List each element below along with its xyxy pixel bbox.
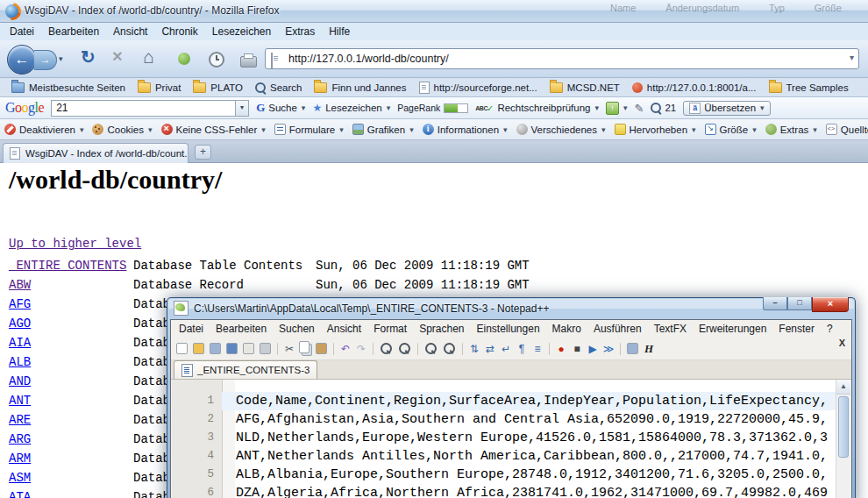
printer-icon[interactable] [240,56,257,68]
undo-icon[interactable]: ↶ [338,342,352,356]
url-bar[interactable]: http://127.0.0.1/world-db/country/ [265,48,859,69]
entry-link[interactable]: AND [9,372,133,391]
zoom-in-icon[interactable] [425,343,437,354]
devbar-hervorheben[interactable]: Hervorheben [615,124,696,135]
forward-button[interactable] [34,50,57,70]
autofill-button[interactable] [606,102,628,115]
devbar-informationen[interactable]: Informationen [423,124,508,135]
google-bookmarks-button[interactable]: Lesezeichen [312,102,390,114]
menu-item[interactable]: Chronik [154,25,204,38]
back-button[interactable] [7,45,37,75]
play-macro-icon[interactable]: ▶ [586,342,600,356]
save-macro-icon[interactable] [627,343,638,354]
notepad-window[interactable]: C:\Users\Martin\AppData\Local\Temp\_ENTI… [167,297,856,498]
vertical-scrollbar[interactable] [836,380,850,498]
menu-item[interactable]: ? [821,323,839,335]
maximize-button[interactable] [787,297,812,310]
separator[interactable] [549,343,550,355]
separator[interactable] [373,343,374,355]
open-folder-icon[interactable] [193,343,204,354]
menu-item[interactable]: Datei [3,25,41,38]
menu-item[interactable]: Ansicht [321,323,367,335]
google-search-input[interactable]: 21 [51,100,249,117]
line-text[interactable]: ANT,Netherlands Antilles,North America,C… [222,447,850,466]
line-text[interactable]: NLD,Netherlands,Europe,Western Europe,41… [222,429,850,447]
menu-item[interactable]: Suchen [273,323,321,335]
menu-item[interactable]: Hilfe [322,25,357,38]
menu-item[interactable]: Sprachen [413,323,470,335]
scrollbar-thumb[interactable] [838,396,849,458]
entry-link[interactable]: ARM [9,449,133,468]
url-dropdown-icon[interactable] [850,53,854,62]
replace-icon[interactable] [399,343,410,354]
devbar-grafiken[interactable]: Grafiken [352,124,414,135]
bookmark-finn-und-jannes[interactable]: Finn und Jannes [308,82,412,93]
bookmark-meistbesuchte-seiten[interactable]: Meistbesuchte Seiten [5,82,132,93]
google-search-button[interactable]: Suche [256,101,305,115]
search-history-dropdown-icon[interactable] [235,101,248,116]
menu-item[interactable]: Makro [546,323,587,335]
h-icon[interactable]: H [642,342,656,356]
devbar-groesse[interactable]: Größe [705,124,757,135]
entry-link[interactable]: AFG [9,295,133,314]
menu-item[interactable]: Datei [173,323,210,335]
zoom-out-icon[interactable] [444,343,455,354]
devbar-verschiedenes[interactable]: Verschiedenes [516,124,606,135]
menu-item[interactable]: Erweiterungen [693,323,772,335]
paste-icon[interactable] [316,343,327,354]
separator[interactable] [462,343,463,355]
menu-item[interactable]: Fenster [772,323,821,335]
entry-link[interactable]: ANT [9,391,133,410]
firefox-titlebar[interactable]: WsgiDAV - Index of /world-db/country/ - … [0,0,868,23]
entry-link[interactable]: AGO [9,314,133,333]
menu-item[interactable]: Extras [278,25,322,38]
entry-link[interactable]: ARE [9,410,133,430]
record-macro-icon[interactable]: ● [554,342,568,356]
menu-item[interactable]: Bearbeiten [41,25,106,38]
entry-link[interactable]: ATA [9,487,133,498]
line-text[interactable]: DZA,Algeria,Africa,Northern Africa,23817… [222,484,850,498]
menu-item[interactable]: Ansicht [106,25,154,38]
stop-macro-icon[interactable]: ■ [570,342,584,356]
entry-link[interactable]: ARG [9,430,133,449]
sync-horizontal-icon[interactable]: ⇄ [483,342,497,356]
reload-icon[interactable] [81,46,96,68]
new-tab-button[interactable]: + [195,145,211,160]
notepad-editor[interactable]: 1 Code,Name,Continent,Region,SurfaceArea… [172,380,850,498]
notepad-tab-entire-contents[interactable]: _ENTIRE_CONTENTS-3 [174,360,317,379]
indent-guide-icon[interactable]: ≡ [530,342,544,356]
stop-icon[interactable] [112,46,123,67]
print-icon[interactable] [260,343,271,354]
translate-button[interactable]: Übersetzen [683,101,770,116]
entry-link[interactable]: ASM [9,468,133,487]
entry-link[interactable]: ABW [9,275,133,295]
redo-icon[interactable]: ↷ [354,342,368,356]
line-text[interactable]: ALB,Albania,Europe,Southern Europe,28748… [222,466,850,484]
save-icon[interactable] [210,343,221,354]
close-doc-icon[interactable] [243,343,254,354]
url-text[interactable]: http://127.0.0.1/world-db/country/ [288,49,449,68]
clock-icon[interactable] [209,52,224,68]
scroll-up-icon[interactable] [836,380,850,395]
new-file-icon[interactable] [176,343,188,354]
devbar-keine-css-fehler[interactable]: Keine CSS-Fehler [161,124,266,135]
separator[interactable] [333,343,334,355]
entry-link[interactable]: _ENTIRE_CONTENTS [9,256,133,275]
bookmark-privat[interactable]: Privat [132,82,187,93]
bookmark-plato[interactable]: PLATO [187,82,249,93]
notepad-titlebar[interactable]: C:\Users\Martin\AppData\Local\Temp\_ENTI… [174,297,549,319]
menu-item[interactable]: Lesezeichen [205,25,278,38]
up-to-higher-level-link[interactable]: Up to higher level [9,237,141,251]
history-dropdown-icon[interactable] [59,54,63,63]
menu-item[interactable]: Format [367,323,413,335]
show-all-chars-icon[interactable]: ¶ [515,342,529,356]
line-text[interactable]: AFG,Afghanistan,Asia,Southern and Centra… [222,410,850,429]
devbar-formulare[interactable]: Formulare [274,124,344,135]
copy-icon[interactable] [299,341,309,353]
sync-vertical-icon[interactable]: ⇅ [467,342,481,356]
green-addon-icon[interactable] [178,53,190,65]
spellcheck-button[interactable]: Rechtschreibprüfung [475,103,599,113]
bookmark-tree-samples[interactable]: Tree Samples [763,82,855,93]
menu-item[interactable]: Bearbeiten [210,323,273,335]
pencil-icon[interactable] [635,102,644,115]
